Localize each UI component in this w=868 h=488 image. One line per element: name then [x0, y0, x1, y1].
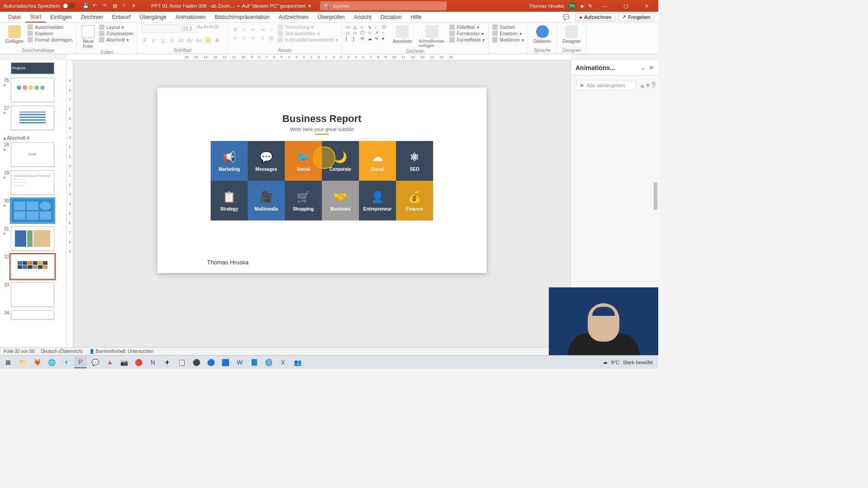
slide-counter[interactable]: Folie 32 von 58 [4, 349, 34, 354]
quickstyles-button[interactable]: Schnellformat- vorlagen [417, 24, 447, 49]
find-button[interactable]: Suchen [492, 24, 524, 30]
tab-view[interactable]: Ansicht [349, 12, 376, 23]
redo-icon[interactable]: ↷ [103, 3, 109, 9]
effects-button[interactable]: Formeffekte ▾ [449, 37, 485, 42]
font-family-input[interactable] [141, 24, 182, 33]
comments-icon[interactable]: 💬 [560, 14, 572, 20]
play-all-button[interactable]: ▶ Alle wiedergeben [576, 80, 636, 90]
outline-button[interactable]: Formkontur ▾ [449, 31, 485, 36]
tab-help[interactable]: Hilfe [406, 12, 426, 23]
slide-thumb-29[interactable]: Dashboard basierende Präsentation• ————•… [11, 170, 54, 195]
maximize-button[interactable]: ▢ [618, 0, 634, 12]
slide-thumb-27[interactable] [11, 106, 54, 130]
slide-thumb-34[interactable] [11, 310, 54, 319]
tab-file[interactable]: Datei [4, 12, 25, 23]
tab-start[interactable]: Start [25, 12, 46, 23]
slide-thumb-32[interactable] [11, 254, 54, 279]
strike-button[interactable]: S [168, 37, 175, 44]
section-button[interactable]: Abschnitt ▾ [99, 37, 133, 42]
app-icon-7[interactable]: 🟦 [219, 357, 231, 368]
cut-button[interactable]: Ausschneiden [28, 24, 72, 30]
tile-marketing[interactable]: 📢Marketing [211, 141, 248, 181]
shadow-button[interactable]: ab [177, 37, 184, 44]
slide-title[interactable]: Business Report [157, 113, 486, 125]
tab-slideshow[interactable]: Bildschirmpräsentation [210, 12, 274, 23]
excel-icon[interactable]: X [277, 357, 289, 368]
more-icon[interactable]: ▾ [132, 3, 139, 9]
language-indicator[interactable]: Deutsch (Österreich) [41, 349, 82, 354]
tile-finance[interactable]: 💰Finance [396, 181, 433, 221]
tile-entrepreneur[interactable]: 👤Entrepreneur [359, 181, 396, 221]
user-name[interactable]: Thomas Hruska [528, 3, 564, 9]
tab-animations[interactable]: Animationen [171, 12, 210, 23]
powerpoint-icon[interactable]: P [74, 357, 87, 368]
slide-thumb-30[interactable] [11, 198, 54, 223]
select-button[interactable]: Markieren ▾ [492, 37, 524, 42]
tile-messages[interactable]: 💬Messages [248, 141, 285, 181]
app-icon-5[interactable]: ⚫ [190, 357, 203, 368]
chevron-down-icon[interactable]: ⌄ [641, 65, 646, 71]
shapes-gallery[interactable]: ▭△○↘↓⬡ ◇▱⬠☆↗↕ {}⟲☁✎▾ [346, 24, 388, 41]
linespacing-icon[interactable]: ↕ [268, 26, 275, 33]
slide-thumb-26[interactable] [11, 78, 54, 102]
app-icon-1[interactable]: 💬 [89, 357, 101, 368]
tab-insert[interactable]: Einfügen [46, 12, 76, 23]
vlc-icon[interactable]: 🔺 [103, 357, 116, 368]
app-icon-3[interactable]: 🔴 [132, 357, 145, 368]
align-center-icon[interactable]: ≡ [241, 34, 248, 42]
explorer-icon[interactable]: 📁 [16, 357, 29, 368]
numbering-icon[interactable]: ≡ [241, 26, 248, 33]
decrease-font-icon[interactable]: A▾ [203, 24, 209, 33]
font-size-input[interactable] [183, 24, 196, 33]
reset-button[interactable]: Zurücksetzen [99, 31, 133, 36]
chrome-icon[interactable]: 🌐 [45, 357, 58, 368]
tile-corporate[interactable]: 🌙Corporate [322, 141, 359, 181]
format-painter-button[interactable]: Format übertragen [28, 37, 72, 42]
app-icon-8[interactable]: 📘 [248, 357, 260, 368]
tile-multimedia[interactable]: 🎥Multimedia [248, 181, 285, 221]
italic-button[interactable]: K [150, 37, 157, 44]
pen-icon[interactable]: ✎ [588, 3, 592, 9]
arrange-button[interactable]: Anordnen [391, 24, 414, 45]
undo-icon[interactable]: ↶ [93, 3, 99, 9]
word-icon[interactable]: W [233, 357, 246, 368]
tile-shopping[interactable]: 🛒Shopping [285, 181, 322, 221]
tile-cloud[interactable]: ☁Cloud [359, 141, 396, 181]
tile-seo[interactable]: ⚛SEO [396, 141, 433, 181]
underline-button[interactable]: U [159, 37, 166, 44]
close-pane-icon[interactable]: ✕ [649, 65, 654, 71]
spacing-button[interactable]: AV [186, 37, 193, 44]
app-icon-6[interactable]: 🔵 [204, 357, 217, 368]
indent-icon[interactable]: ⇥ [259, 26, 266, 33]
user-avatar[interactable]: TH [568, 2, 576, 9]
tab-design[interactable]: Entwurf [108, 12, 135, 23]
slide-canvas[interactable]: Business Report Write here your great su… [157, 88, 486, 273]
layout-button[interactable]: Layout ▾ [99, 24, 133, 30]
slide-thumb-31[interactable] [11, 226, 54, 251]
text-direction-button[interactable]: Textrichtung ▾ [278, 24, 338, 30]
copy-button[interactable]: Kopieren [28, 31, 72, 36]
next-anim-icon[interactable]: ▾ [646, 81, 650, 89]
columns-icon[interactable]: ▥ [268, 34, 275, 42]
dictate-button[interactable]: Diktieren [532, 24, 553, 45]
start-button[interactable]: ⊞ [2, 357, 14, 368]
designer-button[interactable]: Designer [561, 24, 582, 45]
tab-transitions[interactable]: Übergänge [135, 12, 171, 23]
tab-draw[interactable]: Zeichnen [76, 12, 108, 23]
justify-icon[interactable]: ≡ [259, 34, 266, 42]
teams-icon[interactable]: 👥 [291, 357, 304, 368]
slide-thumb-projects[interactable]: Projects [11, 62, 54, 74]
touch-icon[interactable]: ☟ [123, 3, 129, 9]
close-button[interactable]: ✕ [638, 0, 655, 12]
smartart-button[interactable]: In SmartArt konvertieren ▾ [278, 37, 338, 42]
accessibility-check[interactable]: 👤 Barrierefreiheit: Untersuchen [89, 349, 154, 354]
autosave-toggle[interactable]: Automatisches Speichern [0, 3, 79, 9]
section-header[interactable]: ▴ Abschnitt 4 [3, 134, 64, 142]
outdent-icon[interactable]: ⇤ [250, 26, 257, 33]
align-right-icon[interactable]: ≡ [250, 34, 257, 42]
firefox-icon[interactable]: 🦊 [31, 357, 43, 368]
share-button[interactable]: ↗Freigeben [618, 13, 655, 21]
replace-button[interactable]: Ersetzen ▾ [492, 31, 524, 36]
tab-record[interactable]: Aufzeichnen [274, 12, 313, 23]
telegram-icon[interactable]: ✈ [161, 357, 174, 368]
